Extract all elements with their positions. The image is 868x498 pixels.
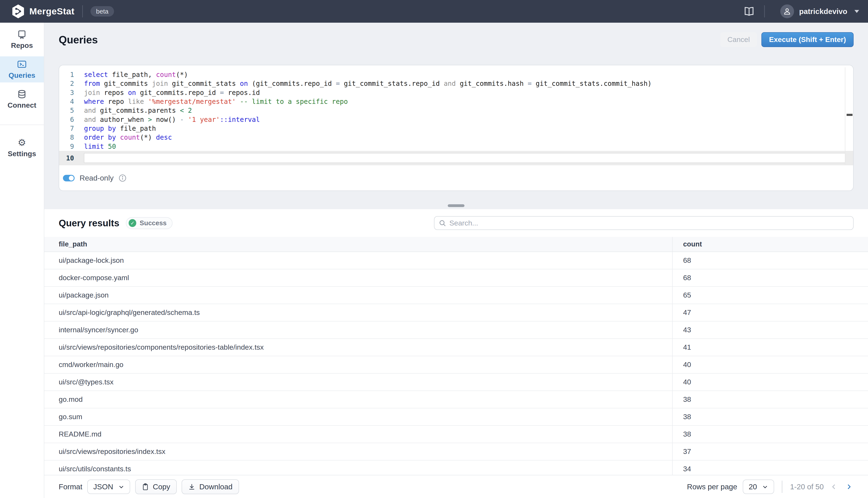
table-row[interactable]: go.mod38 bbox=[44, 391, 868, 408]
cell-count: 38 bbox=[673, 391, 868, 408]
results-footer: Format JSON Copy Download bbox=[44, 475, 868, 498]
line-number: 5 bbox=[62, 106, 74, 115]
rows-per-page-select[interactable]: 20 bbox=[743, 480, 774, 494]
code-line[interactable]: 8order by count(*) desc bbox=[59, 133, 853, 142]
cell-file-path: ui/src/utils/constants.ts bbox=[44, 460, 673, 475]
format-label: Format bbox=[59, 483, 82, 491]
editor-scrollbar-track bbox=[845, 67, 845, 165]
execute-button[interactable]: Execute (Shift + Enter) bbox=[761, 32, 854, 47]
pagination-range: 1-20 of 50 bbox=[790, 483, 824, 491]
copy-label: Copy bbox=[153, 483, 170, 491]
format-select[interactable]: JSON bbox=[87, 480, 130, 494]
table-row[interactable]: go.sum38 bbox=[44, 408, 868, 426]
cell-count: 40 bbox=[673, 356, 868, 373]
user-icon bbox=[783, 8, 791, 15]
cell-count: 38 bbox=[673, 408, 868, 425]
code-line[interactable]: 9limit 50 bbox=[59, 142, 853, 151]
rows-per-page-value: 20 bbox=[749, 483, 757, 491]
code-line[interactable]: 6and author_when > now() - '1 year'::int… bbox=[59, 115, 853, 124]
results-header: Query results ✓ Success bbox=[44, 209, 868, 237]
code-text: order by count(*) desc bbox=[84, 133, 853, 142]
table-row[interactable]: internal/syncer/syncer.go43 bbox=[44, 322, 868, 339]
user-menu[interactable]: patrickdevivo bbox=[780, 4, 859, 18]
cell-count: 65 bbox=[673, 287, 868, 304]
code-line[interactable]: 2from git_commits join git_commit_stats … bbox=[59, 79, 853, 88]
table-row[interactable]: ui/src/views/repositories/index.tsx37 bbox=[44, 443, 868, 460]
code-text: limit 50 bbox=[84, 142, 853, 151]
next-page-button[interactable] bbox=[844, 482, 854, 492]
table-row[interactable]: ui/src/views/repositories/components/rep… bbox=[44, 339, 868, 356]
cell-count: 34 bbox=[673, 460, 868, 475]
cell-file-path: internal/syncer/syncer.go bbox=[44, 322, 673, 338]
code-line[interactable]: 10 bbox=[59, 151, 853, 165]
code-line[interactable]: 4where repo like '%mergestat/mergestat' … bbox=[59, 97, 853, 106]
app-name: MergeStat bbox=[29, 6, 74, 16]
table-row[interactable]: README.md38 bbox=[44, 426, 868, 443]
editor-scrollbar-marker[interactable] bbox=[846, 114, 853, 116]
format-value: JSON bbox=[93, 483, 113, 491]
search-input[interactable] bbox=[449, 219, 849, 227]
download-label: Download bbox=[199, 483, 233, 491]
main-content: Queries Cancel Execute (Shift + Enter) 1… bbox=[44, 23, 868, 498]
code-text: and git_commits.parents < 2 bbox=[84, 106, 853, 115]
cell-file-path: ui/package.json bbox=[44, 287, 673, 304]
column-header-file-path[interactable]: file_path bbox=[44, 237, 673, 251]
code-text: group by file_path bbox=[84, 124, 853, 133]
line-number: 2 bbox=[62, 79, 74, 88]
cell-file-path: ui/src/views/repositories/index.tsx bbox=[44, 443, 673, 460]
brand-home-link[interactable]: MergeStat bbox=[12, 4, 74, 18]
cell-file-path: README.md bbox=[44, 426, 673, 443]
code-line[interactable]: 1select file_path, count(*) bbox=[59, 70, 853, 79]
line-number: 8 bbox=[62, 133, 74, 142]
cell-file-path: go.mod bbox=[44, 391, 673, 408]
download-icon bbox=[188, 483, 195, 491]
prev-page-button[interactable] bbox=[829, 482, 839, 492]
code-line[interactable]: 3join repos on git_commits.repo_id = rep… bbox=[59, 88, 853, 97]
table-row[interactable]: ui/src/api-logic/graphql/generated/schem… bbox=[44, 304, 868, 322]
sidebar-item-settings[interactable]: ⚙ Settings bbox=[0, 135, 44, 161]
top-navigation-bar: MergeStat beta patrickdevivo bbox=[0, 0, 868, 23]
table-row[interactable]: ui/src/utils/constants.ts34 bbox=[44, 460, 868, 475]
cancel-button[interactable]: Cancel bbox=[720, 32, 757, 47]
code-line[interactable]: 7group by file_path bbox=[59, 124, 853, 133]
code-text: select file_path, count(*) bbox=[84, 70, 853, 79]
readonly-row: Read-only bbox=[59, 166, 853, 191]
cell-count: 68 bbox=[673, 269, 868, 286]
readonly-toggle[interactable] bbox=[63, 175, 75, 181]
sidebar-item-repos[interactable]: Repos bbox=[0, 26, 44, 53]
info-icon[interactable] bbox=[119, 174, 127, 182]
cell-file-path: go.sum bbox=[44, 408, 673, 425]
cell-count: 37 bbox=[673, 443, 868, 460]
repos-icon bbox=[17, 30, 26, 39]
sidebar-item-queries[interactable]: Queries bbox=[0, 56, 44, 82]
line-number: 1 bbox=[62, 70, 74, 79]
table-row[interactable]: ui/package.json65 bbox=[44, 287, 868, 304]
docs-button[interactable] bbox=[741, 5, 757, 18]
table-row[interactable]: ui/package-lock.json68 bbox=[44, 252, 868, 269]
table-body: ui/package-lock.json68docker-compose.yam… bbox=[44, 252, 868, 475]
clipboard-icon bbox=[142, 483, 149, 491]
table-row[interactable]: cmd/worker/main.go40 bbox=[44, 356, 868, 374]
cell-count: 41 bbox=[673, 339, 868, 356]
line-number: 9 bbox=[62, 142, 74, 151]
resize-handle[interactable] bbox=[448, 204, 464, 207]
copy-button[interactable]: Copy bbox=[135, 479, 177, 494]
page-title: Queries bbox=[59, 34, 98, 46]
avatar bbox=[780, 4, 794, 18]
sidebar-item-label: Settings bbox=[8, 149, 36, 158]
table-row[interactable]: ui/src/@types.tsx40 bbox=[44, 374, 868, 391]
topbar-divider bbox=[764, 5, 765, 17]
code-line[interactable]: 5and git_commits.parents < 2 bbox=[59, 106, 853, 115]
book-icon bbox=[744, 7, 754, 16]
column-header-count[interactable]: count bbox=[673, 237, 868, 251]
table-row[interactable]: docker-compose.yaml68 bbox=[44, 269, 868, 287]
line-number: 7 bbox=[62, 124, 74, 133]
sidebar-item-connect[interactable]: Connect bbox=[0, 86, 44, 112]
sql-code-editor[interactable]: 1select file_path, count(*)2from git_com… bbox=[59, 65, 853, 166]
sidebar-item-label: Connect bbox=[8, 101, 37, 109]
code-text: where repo like '%mergestat/mergestat' -… bbox=[84, 97, 853, 106]
cell-file-path: ui/package-lock.json bbox=[44, 252, 673, 269]
readonly-label: Read-only bbox=[80, 174, 114, 182]
download-button[interactable]: Download bbox=[182, 479, 239, 494]
table-header-row: file_path count bbox=[44, 237, 868, 252]
